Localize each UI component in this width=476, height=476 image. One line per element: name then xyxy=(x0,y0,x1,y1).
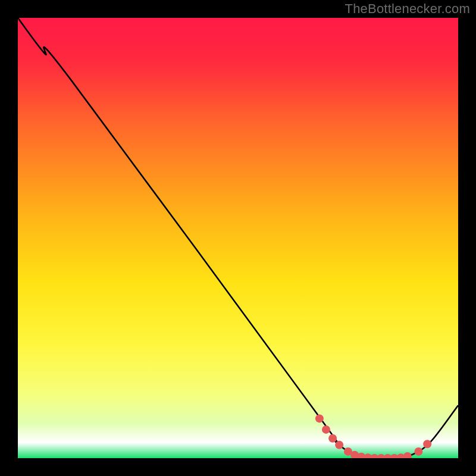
marker-dot xyxy=(322,425,330,434)
marker-dot xyxy=(335,441,343,449)
plot-area xyxy=(18,18,458,458)
bottleneck-curve xyxy=(18,18,458,458)
watermark-text: TheBottlenecker.com xyxy=(345,1,470,17)
marker-group xyxy=(315,414,431,458)
chart-frame: TheBottlenecker.com xyxy=(0,0,476,476)
marker-dot xyxy=(423,440,431,448)
marker-dot xyxy=(315,414,324,422)
curve-layer xyxy=(18,18,458,458)
marker-dot xyxy=(403,452,412,458)
marker-dot xyxy=(414,447,422,456)
marker-dot xyxy=(328,434,337,443)
